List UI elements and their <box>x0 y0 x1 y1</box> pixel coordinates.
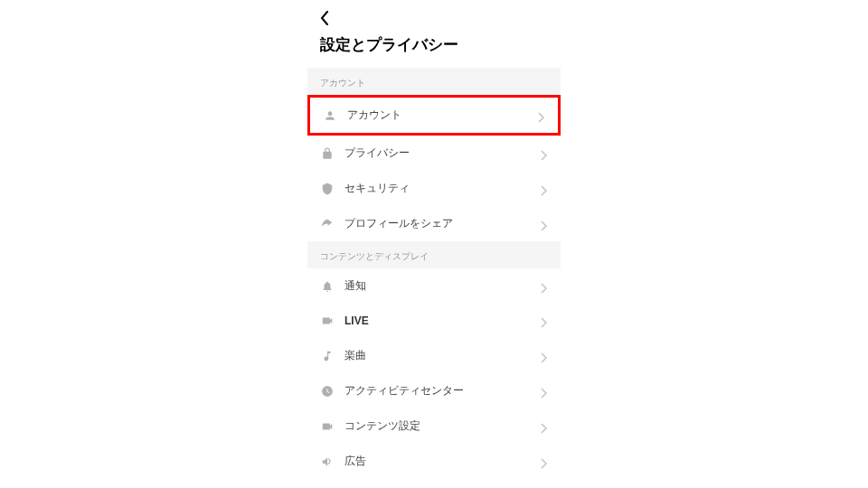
chevron-right-icon <box>541 351 548 361</box>
list-item-label: LIVE <box>344 314 541 327</box>
video-icon <box>320 314 335 328</box>
list-item-label: セキュリティ <box>344 181 541 196</box>
list-item-label: プライバシー <box>344 145 541 161</box>
chevron-right-icon <box>538 110 545 121</box>
list-item-label: 通知 <box>344 278 541 294</box>
list-item-activity-center[interactable]: アクティビティセンター <box>307 373 561 408</box>
share-icon <box>320 217 335 231</box>
list-item-privacy[interactable]: プライバシー <box>307 136 561 171</box>
list-item-playback[interactable]: プレイバック <box>307 479 561 488</box>
back-button[interactable] <box>320 7 342 29</box>
list-item-content-settings[interactable]: コンテンツ設定 <box>307 408 561 444</box>
page-title: 設定とプライバシー <box>320 34 548 55</box>
list-item-notifications[interactable]: 通知 <box>307 268 561 304</box>
list-item-share-profile[interactable]: プロフィールをシェア <box>307 206 561 241</box>
megaphone-icon <box>320 455 335 469</box>
list-item-label: 楽曲 <box>344 348 541 363</box>
list-item-label: アカウント <box>347 108 538 123</box>
list-item-music[interactable]: 楽曲 <box>307 338 561 373</box>
list-item-account[interactable]: アカウント <box>307 95 561 136</box>
lock-icon <box>320 146 335 161</box>
person-icon <box>323 108 337 123</box>
list-item-live[interactable]: LIVE <box>307 304 561 338</box>
chevron-right-icon <box>541 421 548 432</box>
section-header-content: コンテンツとディスプレイ <box>307 241 561 268</box>
list-item-security[interactable]: セキュリティ <box>307 171 561 206</box>
list-item-label: アクティビティセンター <box>344 383 541 399</box>
settings-screen: 設定とプライバシー アカウント アカウント プライバシー セキュリティ プロフィ… <box>307 0 561 488</box>
list-item-label: プロフィールをシェア <box>344 216 541 231</box>
chevron-right-icon <box>541 315 548 326</box>
chevron-right-icon <box>541 148 548 159</box>
list-group-account: アカウント プライバシー セキュリティ プロフィールをシェア <box>307 95 561 241</box>
shield-icon <box>320 182 335 196</box>
list-item-label: コンテンツ設定 <box>344 418 541 434</box>
chevron-right-icon <box>541 281 548 292</box>
chevron-right-icon <box>541 183 548 194</box>
camera-icon <box>320 419 335 434</box>
list-group-content: 通知 LIVE 楽曲 アクティビティセンター コンテンツ設定 広告 <box>307 268 561 488</box>
chevron-right-icon <box>541 219 548 230</box>
bell-icon <box>320 279 335 294</box>
chevron-left-icon <box>320 11 329 25</box>
chevron-right-icon <box>541 386 548 397</box>
clock-icon <box>320 384 335 399</box>
chevron-right-icon <box>541 456 548 467</box>
music-icon <box>320 349 335 363</box>
section-header-account: アカウント <box>307 68 561 95</box>
header: 設定とプライバシー <box>307 0 561 68</box>
list-item-label: 広告 <box>344 454 541 469</box>
list-item-ads[interactable]: 広告 <box>307 444 561 479</box>
